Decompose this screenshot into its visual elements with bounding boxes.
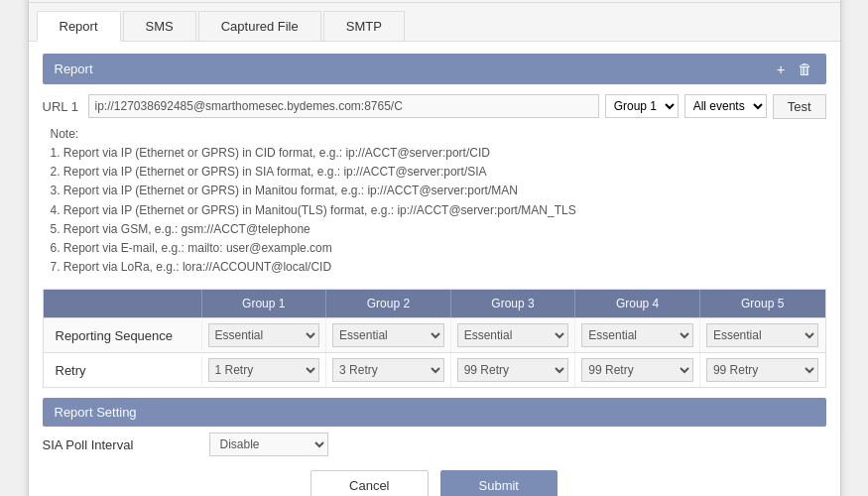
tab-smtp[interactable]: SMTP: [323, 11, 405, 41]
note-title: Note:: [51, 125, 826, 144]
note-line-4: 4. Report via IP (Ethernet or GPRS) in M…: [51, 201, 826, 220]
sia-poll-select[interactable]: Disable: [209, 433, 328, 456]
report-setting-header: Report Setting: [43, 398, 826, 427]
th-group4: Group 4: [575, 290, 700, 317]
group-table: Group 1 Group 2 Group 3 Group 4 Group 5 …: [43, 289, 826, 388]
table-row-reporting-sequence: Reporting Sequence Essential Round Robin…: [44, 317, 825, 352]
retry-group2-cell: 3 Retry 1 Retry 99 Retry: [326, 353, 451, 387]
url-row: URL 1 Group 1 Group 2 Group 3 All events…: [43, 94, 826, 119]
tab-report[interactable]: Report: [37, 11, 121, 42]
note-line-3: 3. Report via IP (Ethernet or GPRS) in M…: [51, 182, 826, 200]
retry-group4-cell: 99 Retry 1 Retry 3 Retry: [575, 353, 700, 387]
tab-captured-file[interactable]: Captured File: [198, 11, 321, 41]
group-select[interactable]: Group 1 Group 2 Group 3: [605, 94, 679, 118]
main-window: Setting - Report Report SMS Captured Fil…: [28, 0, 841, 496]
footer-buttons: Cancel Submit: [43, 470, 826, 496]
header-icons: + 🗑: [775, 61, 814, 77]
note-line-7: 7. Report via LoRa, e.g.: lora://ACCOUNT…: [51, 258, 826, 277]
rs-group3-select[interactable]: Essential: [457, 323, 569, 347]
retry-group1-select[interactable]: 1 Retry 3 Retry 99 Retry: [208, 358, 320, 382]
sia-poll-label: SIA Poll Interval: [43, 437, 201, 452]
th-group5: Group 5: [700, 290, 825, 317]
retry-group5-select[interactable]: 99 Retry 1 Retry 3 Retry: [706, 358, 819, 382]
rs-group3-cell: Essential: [451, 318, 576, 352]
url-label: URL 1: [43, 99, 82, 114]
delete-url-button[interactable]: 🗑: [796, 61, 814, 77]
submit-button[interactable]: Submit: [440, 470, 558, 496]
report-section-header: Report + 🗑: [43, 54, 826, 84]
table-header: Group 1 Group 2 Group 3 Group 4 Group 5: [44, 290, 825, 317]
rs-group4-select[interactable]: Essential: [581, 323, 693, 347]
retry-group5-cell: 99 Retry 1 Retry 3 Retry: [700, 353, 825, 387]
rs-group5-select[interactable]: Essential: [706, 323, 819, 347]
th-group2: Group 2: [326, 290, 451, 317]
add-url-button[interactable]: +: [775, 61, 788, 77]
rs-group2-select[interactable]: Essential: [332, 323, 444, 347]
retry-label: Retry: [44, 356, 202, 385]
note-line-5: 5. Report via GSM, e.g.: gsm://ACCT@tele…: [51, 220, 826, 239]
th-empty: [44, 290, 202, 317]
rs-group1-cell: Essential Round Robin: [202, 318, 327, 352]
rs-group2-cell: Essential: [326, 318, 451, 352]
rs-group1-select[interactable]: Essential Round Robin: [208, 323, 320, 347]
retry-group2-select[interactable]: 3 Retry 1 Retry 99 Retry: [332, 358, 444, 382]
note-line-1: 1. Report via IP (Ethernet or GPRS) in C…: [51, 144, 826, 163]
rs-group4-cell: Essential: [575, 318, 700, 352]
table-row-retry: Retry 1 Retry 3 Retry 99 Retry 3 Retry 1…: [44, 352, 825, 387]
retry-group3-select[interactable]: 99 Retry 1 Retry 3 Retry: [457, 358, 569, 382]
cancel-button[interactable]: Cancel: [310, 470, 428, 496]
th-group3: Group 3: [451, 290, 576, 317]
event-select[interactable]: All events: [684, 94, 767, 118]
retry-group4-select[interactable]: 99 Retry 1 Retry 3 Retry: [581, 358, 693, 382]
tab-sms[interactable]: SMS: [123, 11, 196, 41]
tab-bar: Report SMS Captured File SMTP: [29, 3, 840, 42]
url-input[interactable]: [88, 94, 599, 118]
report-header-label: Report: [55, 62, 93, 76]
note-line-6: 6. Report via E-mail, e.g.: mailto: user…: [51, 239, 826, 258]
test-button[interactable]: Test: [773, 94, 826, 119]
retry-group3-cell: 99 Retry 1 Retry 3 Retry: [451, 353, 576, 387]
sia-row: SIA Poll Interval Disable: [43, 433, 826, 456]
note-line-2: 2. Report via IP (Ethernet or GPRS) in S…: [51, 163, 826, 182]
notes-section: Note: 1. Report via IP (Ethernet or GPRS…: [43, 125, 826, 278]
th-group1: Group 1: [202, 290, 327, 317]
content-area: Report + 🗑 URL 1 Group 1 Group 2 Group 3…: [29, 42, 840, 496]
retry-group1-cell: 1 Retry 3 Retry 99 Retry: [202, 353, 327, 387]
reporting-sequence-label: Reporting Sequence: [44, 321, 202, 350]
report-setting-label: Report Setting: [55, 405, 137, 420]
rs-group5-cell: Essential: [700, 318, 825, 352]
